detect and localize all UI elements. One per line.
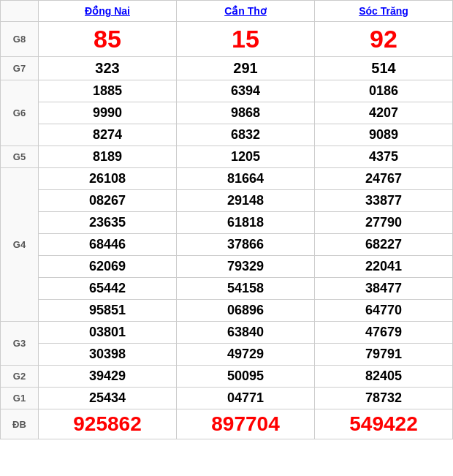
cell-can_tho: 61818	[177, 212, 315, 234]
cell-soc_trang: 549422	[315, 409, 453, 439]
cell-can_tho: 1205	[177, 146, 315, 168]
header-dong-nai: Đồng Nai	[39, 1, 177, 22]
cell-can_tho: 29148	[177, 190, 315, 212]
cell-can_tho: 04771	[177, 388, 315, 409]
cell-soc_trang: 27790	[315, 212, 453, 234]
cell-soc_trang: 4375	[315, 146, 453, 168]
cell-soc_trang: 47679	[315, 322, 453, 344]
cell-dong_nai: 23635	[39, 212, 177, 234]
cell-can_tho: 897704	[177, 409, 315, 439]
cell-soc_trang: 79791	[315, 344, 453, 366]
lottery-table: Đồng Nai Cần Thơ Sóc Trăng G8851592G7323…	[0, 0, 453, 439]
prize-label: G6	[1, 80, 39, 146]
cell-dong_nai: 1885	[39, 80, 177, 102]
table-row: G6188563940186	[1, 80, 453, 102]
cell-can_tho: 06896	[177, 300, 315, 322]
prize-label: G3	[1, 322, 39, 366]
table-row: G8851592	[1, 22, 453, 57]
cell-can_tho: 49729	[177, 344, 315, 366]
table-row: 303984972979791	[1, 344, 453, 366]
cell-can_tho: 6394	[177, 80, 315, 102]
cell-can_tho: 37866	[177, 234, 315, 256]
table-row: G2394295009582405	[1, 366, 453, 388]
cell-soc_trang: 33877	[315, 190, 453, 212]
table-row: G4261088166424767	[1, 168, 453, 190]
cell-soc_trang: 68227	[315, 234, 453, 256]
cell-dong_nai: 9990	[39, 102, 177, 124]
cell-can_tho: 9868	[177, 102, 315, 124]
cell-can_tho: 15	[177, 22, 315, 57]
cell-can_tho: 63840	[177, 322, 315, 344]
prize-label: G5	[1, 146, 39, 168]
cell-dong_nai: 65442	[39, 278, 177, 300]
prize-label: G4	[1, 168, 39, 322]
header-label	[1, 1, 39, 22]
prize-label: G7	[1, 57, 39, 80]
table-row: 684463786668227	[1, 234, 453, 256]
cell-can_tho: 54158	[177, 278, 315, 300]
table-row: 082672914833877	[1, 190, 453, 212]
header-soc-trang: Sóc Trăng	[315, 1, 453, 22]
cell-dong_nai: 25434	[39, 388, 177, 409]
cell-dong_nai: 68446	[39, 234, 177, 256]
table-row: G3038016384047679	[1, 322, 453, 344]
table-row: 620697932922041	[1, 256, 453, 278]
cell-dong_nai: 03801	[39, 322, 177, 344]
cell-soc_trang: 4207	[315, 102, 453, 124]
table-row: ĐB925862897704549422	[1, 409, 453, 439]
header-can-tho: Cần Thơ	[177, 1, 315, 22]
prize-label: ĐB	[1, 409, 39, 439]
prize-label: G8	[1, 22, 39, 57]
table-row: G7323291514	[1, 57, 453, 80]
cell-soc_trang: 78732	[315, 388, 453, 409]
table-row: 236356181827790	[1, 212, 453, 234]
cell-soc_trang: 22041	[315, 256, 453, 278]
cell-can_tho: 81664	[177, 168, 315, 190]
cell-soc_trang: 92	[315, 22, 453, 57]
cell-soc_trang: 38477	[315, 278, 453, 300]
table-row: 827468329089	[1, 124, 453, 146]
cell-dong_nai: 85	[39, 22, 177, 57]
cell-dong_nai: 62069	[39, 256, 177, 278]
cell-soc_trang: 82405	[315, 366, 453, 388]
table-row: G1254340477178732	[1, 388, 453, 409]
table-row: 654425415838477	[1, 278, 453, 300]
cell-soc_trang: 0186	[315, 80, 453, 102]
prize-label: G1	[1, 388, 39, 409]
cell-can_tho: 291	[177, 57, 315, 80]
cell-can_tho: 79329	[177, 256, 315, 278]
prize-label: G2	[1, 366, 39, 388]
cell-dong_nai: 30398	[39, 344, 177, 366]
cell-dong_nai: 323	[39, 57, 177, 80]
cell-soc_trang: 9089	[315, 124, 453, 146]
cell-soc_trang: 24767	[315, 168, 453, 190]
table-row: 999098684207	[1, 102, 453, 124]
table-row: G5818912054375	[1, 146, 453, 168]
cell-dong_nai: 26108	[39, 168, 177, 190]
table-row: 958510689664770	[1, 300, 453, 322]
cell-dong_nai: 08267	[39, 190, 177, 212]
cell-dong_nai: 39429	[39, 366, 177, 388]
cell-dong_nai: 925862	[39, 409, 177, 439]
cell-can_tho: 50095	[177, 366, 315, 388]
cell-soc_trang: 514	[315, 57, 453, 80]
cell-can_tho: 6832	[177, 124, 315, 146]
cell-soc_trang: 64770	[315, 300, 453, 322]
cell-dong_nai: 8189	[39, 146, 177, 168]
cell-dong_nai: 95851	[39, 300, 177, 322]
header-row: Đồng Nai Cần Thơ Sóc Trăng	[1, 1, 453, 22]
cell-dong_nai: 8274	[39, 124, 177, 146]
